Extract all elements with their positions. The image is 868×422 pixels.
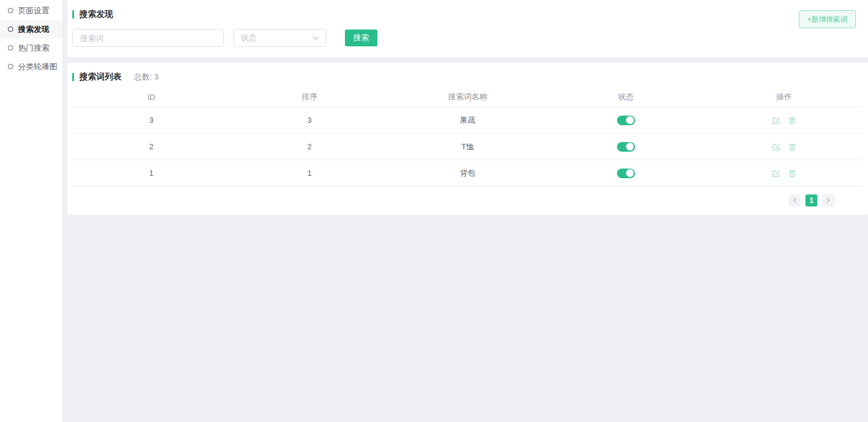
cell-sort: 3 <box>231 116 389 125</box>
table-header-row: ID 排序 搜索词名称 状态 操作 <box>72 87 863 107</box>
sidebar-item-label: 搜索发现 <box>18 24 49 35</box>
column-header-actions: 操作 <box>705 92 863 102</box>
sidebar-item-search-discovery[interactable]: 搜索发现 <box>0 20 63 39</box>
page-title: 搜索发现 <box>79 9 113 20</box>
prev-page-button[interactable] <box>789 194 801 206</box>
pagination: 1 <box>72 187 863 215</box>
radio-circle-icon <box>8 8 13 13</box>
filter-controls: 状态 搜索 <box>72 29 856 47</box>
cell-id: 2 <box>72 142 231 151</box>
keyword-input[interactable] <box>72 29 224 47</box>
search-panel-title: 搜索发现 <box>72 9 856 20</box>
add-search-term-button[interactable]: +新增搜索词 <box>799 10 856 28</box>
main-content: 搜索发现 +新增搜索词 状态 搜索 搜索词列表 总数: 3 ID <box>63 0 868 422</box>
cell-name: 背包 <box>389 168 547 179</box>
trash-icon <box>788 169 796 178</box>
list-panel-title: 搜索词列表 总数: 3 <box>72 72 863 82</box>
status-toggle[interactable] <box>617 116 635 125</box>
sidebar-item-hot-search[interactable]: 热门搜索 <box>0 39 63 57</box>
sidebar-item-category-carousel[interactable]: 分类轮播图 <box>0 57 63 76</box>
cell-id: 3 <box>72 116 231 125</box>
chevron-left-icon <box>792 197 797 203</box>
cell-sort: 1 <box>231 169 389 178</box>
column-header-id: ID <box>72 93 231 102</box>
trash-icon <box>788 116 796 125</box>
status-select-placeholder: 状态 <box>241 33 256 43</box>
search-button[interactable]: 搜索 <box>345 29 377 46</box>
title-accent-bar <box>72 73 74 81</box>
search-term-list-panel: 搜索词列表 总数: 3 ID 排序 搜索词名称 状态 操作 3 3 果蔬 <box>67 63 868 215</box>
cell-id: 1 <box>72 169 231 178</box>
list-title: 搜索词列表 <box>79 72 122 82</box>
edit-button[interactable] <box>772 169 780 178</box>
radio-circle-icon <box>8 64 13 69</box>
sidebar-item-label: 页面设置 <box>18 5 49 16</box>
delete-button[interactable] <box>788 169 796 178</box>
column-header-status: 状态 <box>547 92 705 102</box>
cell-sort: 2 <box>231 142 389 151</box>
chevron-right-icon <box>826 197 831 203</box>
status-toggle[interactable] <box>617 169 635 178</box>
radio-circle-icon <box>8 45 13 51</box>
sidebar-item-label: 分类轮播图 <box>18 61 57 72</box>
cell-name: 果蔬 <box>389 115 547 126</box>
chevron-down-icon <box>312 36 319 40</box>
sidebar: 页面设置 搜索发现 热门搜索 分类轮播图 <box>0 0 63 422</box>
radio-circle-icon <box>8 26 13 32</box>
edit-icon <box>772 143 780 151</box>
edit-button[interactable] <box>772 143 780 151</box>
app-root: 页面设置 搜索发现 热门搜索 分类轮播图 搜索发现 +新增搜索词 <box>0 0 868 422</box>
status-toggle[interactable] <box>617 142 635 152</box>
total-count: 总数: 3 <box>134 72 158 82</box>
column-header-name: 搜索词名称 <box>389 92 547 102</box>
page-number-button[interactable]: 1 <box>805 194 817 206</box>
table-row: 1 1 背包 <box>72 160 863 187</box>
search-term-table: ID 排序 搜索词名称 状态 操作 3 3 果蔬 <box>72 87 863 187</box>
table-row: 3 3 果蔬 <box>72 107 863 134</box>
status-select[interactable]: 状态 <box>234 29 326 47</box>
cell-name: T恤 <box>389 141 547 152</box>
edit-icon <box>772 116 780 125</box>
next-page-button[interactable] <box>822 194 834 206</box>
delete-button[interactable] <box>788 143 796 151</box>
trash-icon <box>788 143 796 151</box>
edit-button[interactable] <box>772 116 780 125</box>
sidebar-item-label: 热门搜索 <box>18 43 49 54</box>
sidebar-item-page-settings[interactable]: 页面设置 <box>0 1 63 20</box>
edit-icon <box>772 169 780 178</box>
title-accent-bar <box>72 10 74 19</box>
delete-button[interactable] <box>788 116 796 125</box>
search-panel: 搜索发现 +新增搜索词 状态 搜索 <box>67 0 868 57</box>
column-header-sort: 排序 <box>231 92 389 102</box>
table-row: 2 2 T恤 <box>72 134 863 160</box>
